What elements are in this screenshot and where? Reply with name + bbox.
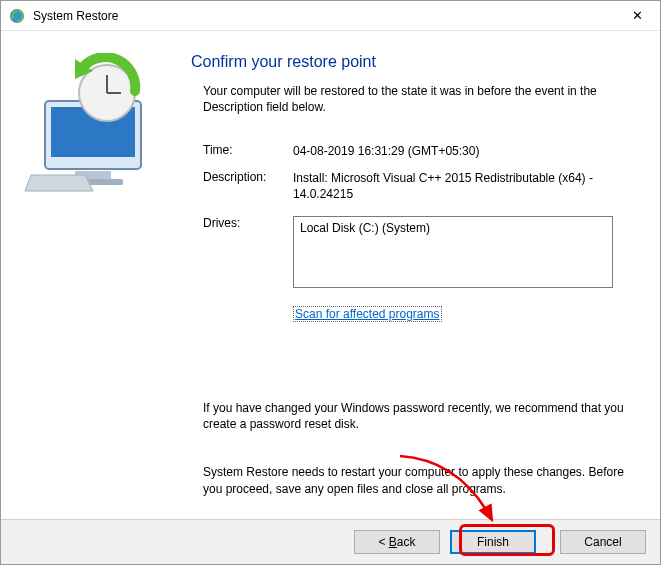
restart-warning: System Restore needs to restart your com… <box>203 464 632 496</box>
page-subtext: Your computer will be restored to the st… <box>203 83 632 115</box>
drives-listbox[interactable]: Local Disk (C:) (System) <box>293 216 613 288</box>
sidebar <box>1 31 181 519</box>
system-restore-icon <box>9 8 25 24</box>
time-value: 04-08-2019 16:31:29 (GMT+05:30) <box>293 143 632 159</box>
drives-item[interactable]: Local Disk (C:) (System) <box>300 221 606 235</box>
titlebar: System Restore ✕ <box>1 1 660 31</box>
window-title: System Restore <box>33 9 615 23</box>
description-label: Description: <box>203 170 293 202</box>
scan-affected-link[interactable]: Scan for affected programs <box>293 306 442 322</box>
back-button[interactable]: < Back <box>354 530 440 554</box>
description-row: Description: Install: Microsoft Visual C… <box>203 170 632 202</box>
drives-label: Drives: <box>203 216 293 288</box>
password-warning: If you have changed your Windows passwor… <box>203 400 632 432</box>
system-restore-window: System Restore ✕ <box>0 0 661 565</box>
cancel-button[interactable]: Cancel <box>560 530 646 554</box>
drives-row: Drives: Local Disk (C:) (System) <box>203 216 632 288</box>
svg-marker-6 <box>25 175 93 191</box>
system-restore-graphic <box>15 192 165 206</box>
close-icon: ✕ <box>632 8 643 23</box>
page-heading: Confirm your restore point <box>191 53 632 71</box>
footer-buttons: < Back Finish Cancel <box>1 519 660 564</box>
description-value: Install: Microsoft Visual C++ 2015 Redis… <box>293 170 632 202</box>
main-panel: Confirm your restore point Your computer… <box>181 31 660 519</box>
time-label: Time: <box>203 143 293 159</box>
finish-button[interactable]: Finish <box>450 530 536 554</box>
dialog-body: Confirm your restore point Your computer… <box>1 31 660 519</box>
close-button[interactable]: ✕ <box>615 1 660 31</box>
time-row: Time: 04-08-2019 16:31:29 (GMT+05:30) <box>203 143 632 159</box>
